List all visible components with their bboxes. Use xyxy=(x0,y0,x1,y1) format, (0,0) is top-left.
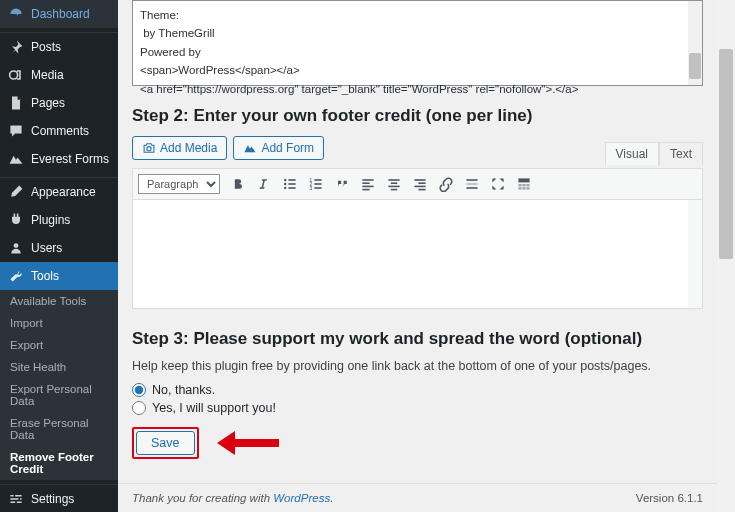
svg-rect-18 xyxy=(362,186,373,188)
tab-text[interactable]: Text xyxy=(659,142,703,165)
svg-point-4 xyxy=(284,179,286,181)
svg-rect-30 xyxy=(466,187,477,189)
ul-button[interactable] xyxy=(278,172,302,196)
svg-rect-7 xyxy=(288,183,295,185)
nav-comments[interactable]: Comments xyxy=(0,117,118,145)
radio-yes[interactable]: Yes, I will support you! xyxy=(132,401,703,415)
editor: Visual Text Paragraph 123 xyxy=(132,168,703,309)
svg-rect-27 xyxy=(418,189,425,191)
ol-button[interactable]: 123 xyxy=(304,172,328,196)
quote-button[interactable] xyxy=(330,172,354,196)
step3-desc: Help keep this plugin free by providing … xyxy=(132,359,703,373)
align-center-button[interactable] xyxy=(382,172,406,196)
nav-posts[interactable]: Posts xyxy=(0,33,118,61)
page-scrollbar-thumb[interactable] xyxy=(719,49,733,259)
svg-point-6 xyxy=(284,183,286,185)
page-scrollbar[interactable] xyxy=(717,0,735,512)
svg-rect-29 xyxy=(466,183,477,185)
nav-tools-label: Tools xyxy=(31,269,59,283)
bold-button[interactable] xyxy=(226,172,250,196)
footer-period: . xyxy=(330,492,333,504)
footer-code-textarea[interactable]: Theme: by ThemeGrill Powered by <span>Wo… xyxy=(132,0,703,86)
format-select[interactable]: Paragraph xyxy=(138,174,220,194)
editor-scrollbar[interactable] xyxy=(688,200,702,308)
align-right-icon xyxy=(412,176,428,192)
sub-site-health[interactable]: Site Health xyxy=(0,356,118,378)
fullscreen-button[interactable] xyxy=(486,172,510,196)
radio-no[interactable]: No, thanks. xyxy=(132,383,703,397)
svg-rect-23 xyxy=(391,189,397,191)
footer-wp-link[interactable]: WordPress xyxy=(273,492,330,504)
sub-export[interactable]: Export xyxy=(0,334,118,356)
nav-dashboard[interactable]: Dashboard xyxy=(0,0,118,28)
sub-import[interactable]: Import xyxy=(0,312,118,334)
list-ol-icon: 123 xyxy=(308,176,324,192)
align-center-icon xyxy=(386,176,402,192)
footer-version: Version 6.1.1 xyxy=(636,492,703,504)
svg-rect-28 xyxy=(466,179,477,181)
add-form-button[interactable]: Add Form xyxy=(233,136,324,160)
sub-available-tools[interactable]: Available Tools xyxy=(0,290,118,312)
nav-plugins-label: Plugins xyxy=(31,213,70,227)
nav-settings[interactable]: Settings xyxy=(0,485,118,512)
save-highlight: Save xyxy=(132,427,199,459)
editor-body[interactable] xyxy=(133,200,702,308)
svg-rect-37 xyxy=(526,187,529,189)
scrollbar[interactable] xyxy=(688,1,702,85)
svg-point-3 xyxy=(147,147,151,151)
footer-thanks: Thank you for creating with WordPress. xyxy=(132,492,333,504)
sub-erase-pd[interactable]: Erase Personal Data xyxy=(0,412,118,446)
nav-appearance[interactable]: Appearance xyxy=(0,178,118,206)
gauge-icon xyxy=(8,6,24,22)
svg-rect-25 xyxy=(418,182,425,184)
add-media-label: Add Media xyxy=(160,141,217,155)
radio-no-input[interactable] xyxy=(132,383,146,397)
save-area: Save xyxy=(132,427,703,459)
link-button[interactable] xyxy=(434,172,458,196)
nav-tools[interactable]: Tools xyxy=(0,262,118,290)
footer-thanks-text: Thank you for creating with xyxy=(132,492,273,504)
svg-point-1 xyxy=(14,243,19,248)
nav-pages[interactable]: Pages xyxy=(0,89,118,117)
italic-button[interactable] xyxy=(252,172,276,196)
svg-rect-19 xyxy=(362,189,369,191)
radio-yes-input[interactable] xyxy=(132,401,146,415)
align-right-button[interactable] xyxy=(408,172,432,196)
nav-pages-label: Pages xyxy=(31,96,65,110)
svg-rect-35 xyxy=(518,187,521,189)
nav-media[interactable]: Media xyxy=(0,61,118,89)
save-button[interactable]: Save xyxy=(136,431,195,455)
radio-yes-label: Yes, I will support you! xyxy=(152,401,276,415)
mountain-icon xyxy=(8,151,24,167)
admin-footer: Thank you for creating with WordPress. V… xyxy=(118,483,717,512)
nav-users[interactable]: Users xyxy=(0,234,118,262)
nav-everest-forms[interactable]: Everest Forms xyxy=(0,145,118,173)
svg-rect-20 xyxy=(388,179,399,181)
nav-everest-label: Everest Forms xyxy=(31,152,109,166)
add-media-button[interactable]: Add Media xyxy=(132,136,227,160)
quote-icon xyxy=(334,176,350,192)
svg-rect-16 xyxy=(362,179,373,181)
support-radios: No, thanks. Yes, I will support you! xyxy=(132,383,703,415)
nav-comments-label: Comments xyxy=(31,124,89,138)
svg-rect-32 xyxy=(518,184,521,186)
media-icon xyxy=(8,67,24,83)
admin-sidebar: Dashboard Posts Media Pages Comments Eve… xyxy=(0,0,118,512)
toolbar-toggle-icon xyxy=(516,176,532,192)
nav-plugins[interactable]: Plugins xyxy=(0,206,118,234)
sub-export-pd[interactable]: Export Personal Data xyxy=(0,378,118,412)
tab-visual[interactable]: Visual xyxy=(605,142,659,165)
toolbar-toggle-button[interactable] xyxy=(512,172,536,196)
editor-toolbar: Paragraph 123 xyxy=(133,169,702,200)
radio-no-label: No, thanks. xyxy=(152,383,215,397)
svg-point-8 xyxy=(284,187,286,189)
svg-rect-13 xyxy=(314,183,321,185)
readmore-button[interactable] xyxy=(460,172,484,196)
sub-remove-footer-credit[interactable]: Remove Footer Credit xyxy=(0,446,118,480)
svg-rect-33 xyxy=(522,184,525,186)
nav-appearance-label: Appearance xyxy=(31,185,96,199)
scrollbar-thumb[interactable] xyxy=(689,53,701,79)
pin-icon xyxy=(8,39,24,55)
align-left-button[interactable] xyxy=(356,172,380,196)
plugin-icon xyxy=(8,212,24,228)
